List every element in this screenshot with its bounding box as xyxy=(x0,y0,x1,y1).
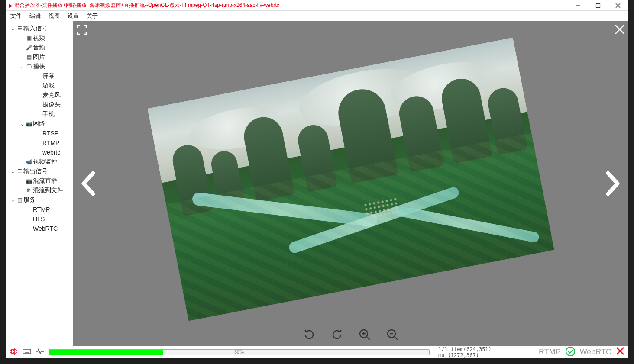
status-error-icon xyxy=(616,347,624,358)
tree-item[interactable]: WebRTC xyxy=(7,224,72,233)
tree-item-label: 混流到文件 xyxy=(33,187,63,194)
layers-icon: ☰ xyxy=(16,168,23,174)
menu-about[interactable]: 关于 xyxy=(87,12,98,20)
file-icon: 🗎 xyxy=(25,187,33,193)
menu-edit[interactable]: 编辑 xyxy=(29,12,41,20)
sidebar-tree[interactable]: ⌄☰输入信号▣视频🎤音频▤图片⌄🖵捕获屏幕游戏麦克风摄像头手机⌄📷网络RTSPR… xyxy=(6,21,73,346)
chip-icon[interactable] xyxy=(10,347,18,358)
window-title: 混合播放器-文件播放+网络播放+海康视频监控+直播推流--OpenGL-点云-F… xyxy=(14,2,568,9)
progress-percent: 30% xyxy=(234,349,244,354)
tree-item[interactable]: ▣视频 xyxy=(7,33,72,43)
fullscreen-button[interactable] xyxy=(76,24,88,37)
tree-item-label: 服务 xyxy=(23,196,36,204)
tree-item-label: 输出信号 xyxy=(23,168,48,175)
tree-item-label: RTMP xyxy=(42,139,59,146)
tree-item-label: 摄像头 xyxy=(42,101,61,109)
tree-item-label: 音频 xyxy=(33,44,45,52)
layers-icon: ☰ xyxy=(16,26,23,32)
rotate-cw-button[interactable] xyxy=(330,328,343,342)
svg-rect-1 xyxy=(596,3,600,7)
displayed-image[interactable] xyxy=(147,38,554,321)
progress-bar[interactable]: 30% xyxy=(49,349,430,355)
menu-file[interactable]: 文件 xyxy=(10,12,22,20)
cam-icon: 📷 xyxy=(25,121,33,127)
menubar: 文件 编辑 视图 设置 关于 xyxy=(6,11,628,21)
chevron-down-icon[interactable]: ⌄ xyxy=(10,197,16,203)
zoom-in-button[interactable] xyxy=(358,328,371,342)
cctv-icon: 📹 xyxy=(25,159,33,165)
svg-rect-23 xyxy=(23,349,31,354)
viewer-close-button[interactable] xyxy=(614,24,625,36)
body: ⌄☰输入信号▣视频🎤音频▤图片⌄🖵捕获屏幕游戏麦克风摄像头手机⌄📷网络RTSPR… xyxy=(6,21,628,346)
tree-item[interactable]: 📹视频监控 xyxy=(7,157,72,167)
tree-item[interactable]: 屏幕 xyxy=(7,71,72,81)
prev-button[interactable] xyxy=(78,171,98,202)
menu-view[interactable]: 视图 xyxy=(49,12,60,20)
next-button[interactable] xyxy=(603,171,623,202)
status-bar: 30% 1/1 item(624,351) mul(1272,367) RTMP… xyxy=(6,346,628,358)
webrtc-status-label[interactable]: WebRTC xyxy=(580,348,611,357)
tree-item[interactable]: ▤图片 xyxy=(7,52,72,62)
tree-item-label: 游戏 xyxy=(42,82,55,90)
tree-item[interactable]: ⌄📷网络 xyxy=(7,119,72,129)
tree-item[interactable]: ⌄🖵捕获 xyxy=(7,62,72,71)
tree-item-label: 网络 xyxy=(33,120,45,128)
viewer-toolbar xyxy=(303,328,399,342)
os-taskbar-sliver xyxy=(0,359,634,364)
tree-item-label: 屏幕 xyxy=(42,72,55,80)
tree-item[interactable]: RTMP xyxy=(7,138,72,148)
tree-item-label: 输入信号 xyxy=(23,25,48,32)
tree-item-label: 手机 xyxy=(42,110,55,118)
chevron-down-icon[interactable]: ⌄ xyxy=(10,169,16,174)
tree-item[interactable]: 🎤音频 xyxy=(7,43,72,52)
maximize-button[interactable] xyxy=(588,0,608,10)
rtmp-status-label[interactable]: RTMP xyxy=(539,348,561,357)
window-buttons xyxy=(568,0,628,10)
app-window: ▶ 混合播放器-文件播放+网络播放+海康视频监控+直播推流--OpenGL-点云… xyxy=(6,0,628,358)
cam-icon: 📷 xyxy=(25,178,33,184)
keyboard-icon[interactable] xyxy=(23,348,31,356)
tree-item-label: 图片 xyxy=(33,53,45,61)
server-icon: ▥ xyxy=(16,197,23,203)
zoom-out-button[interactable] xyxy=(386,328,399,342)
titlebar: ▶ 混合播放器-文件播放+网络播放+海康视频监控+直播推流--OpenGL-点云… xyxy=(6,0,628,11)
tree-item-label: RTMP xyxy=(33,206,50,213)
svg-rect-13 xyxy=(12,349,16,354)
monitor-icon: 🖵 xyxy=(25,64,33,70)
tree-item[interactable]: RTSP xyxy=(7,129,72,138)
rotate-ccw-button[interactable] xyxy=(303,328,316,342)
chevron-down-icon[interactable]: ⌄ xyxy=(19,64,25,70)
tree-item[interactable]: 手机 xyxy=(7,110,72,119)
mic-icon: 🎤 xyxy=(25,45,33,51)
tree-item-label: WebRTC xyxy=(33,225,58,232)
chevron-down-icon[interactable]: ⌄ xyxy=(19,121,25,127)
tree-item[interactable]: HLS xyxy=(7,214,72,224)
tree-item[interactable]: 游戏 xyxy=(7,81,72,90)
tree-item[interactable]: ⌄☰输出信号 xyxy=(7,167,72,176)
activity-icon[interactable] xyxy=(36,348,44,356)
tree-item-label: RTSP xyxy=(42,130,58,137)
progress-fill xyxy=(49,350,163,355)
svg-point-30 xyxy=(566,347,575,356)
tree-item[interactable]: ⌄☰输入信号 xyxy=(7,24,72,33)
tree-item-label: 视频 xyxy=(33,34,45,42)
svg-line-7 xyxy=(367,337,370,340)
tree-item-label: 视频监控 xyxy=(33,158,57,166)
tree-item[interactable]: 📷混流直播 xyxy=(7,176,72,186)
minimize-button[interactable] xyxy=(568,0,588,10)
svg-line-2 xyxy=(616,3,620,8)
svg-line-3 xyxy=(616,3,620,8)
tree-item[interactable]: RTMP xyxy=(7,205,72,214)
tree-item[interactable]: webrtc xyxy=(7,148,72,157)
menu-settings[interactable]: 设置 xyxy=(68,12,79,20)
svg-rect-14 xyxy=(13,351,15,352)
close-button[interactable] xyxy=(608,0,628,10)
status-info: 1/1 item(624,351) mul(1272,367) xyxy=(438,346,534,358)
tree-item-label: HLS xyxy=(33,216,45,222)
tree-item[interactable]: ⌄▥服务 xyxy=(7,195,72,205)
tree-item[interactable]: 摄像头 xyxy=(7,100,72,110)
tree-item[interactable]: 麦克风 xyxy=(7,90,72,100)
chevron-down-icon[interactable]: ⌄ xyxy=(10,26,16,32)
status-ok-icon xyxy=(565,346,576,358)
tree-item[interactable]: 🗎混流到文件 xyxy=(7,186,72,195)
